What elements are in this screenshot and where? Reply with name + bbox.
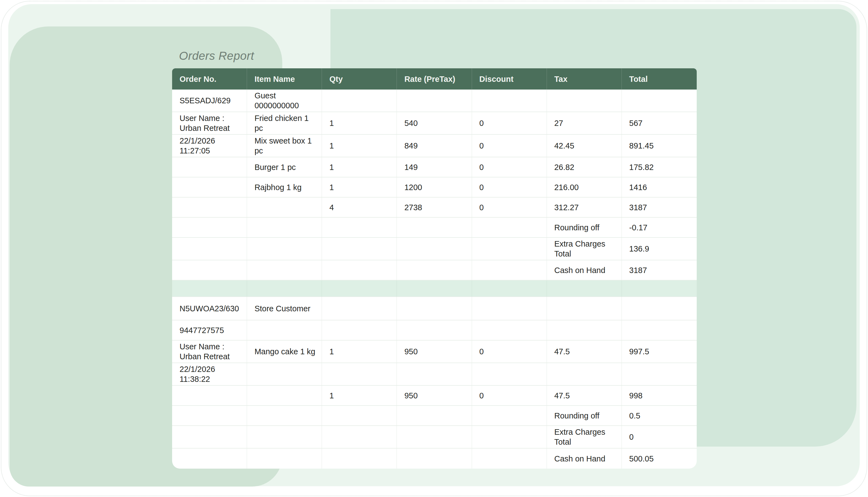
table-cell: 1200 <box>397 178 472 198</box>
table-cell <box>247 386 322 406</box>
table-cell <box>397 260 472 281</box>
table-cell <box>172 218 247 238</box>
table-cell: 27 <box>547 112 622 135</box>
table-cell: Extra Charges Total <box>547 238 622 260</box>
table-cell: 22/1/2026 11:27:05 <box>172 135 247 157</box>
table-cell: 950 <box>397 386 472 406</box>
table-cell <box>397 238 472 260</box>
table-cell: 0 <box>472 135 547 157</box>
table-cell <box>247 198 322 218</box>
table-cell: 216.00 <box>547 178 622 198</box>
table-cell: Rounding off <box>547 218 622 238</box>
table-cell: N5UWOA23/630 <box>172 297 247 321</box>
table-cell <box>247 449 322 469</box>
table-cell: 0 <box>472 178 547 198</box>
table-cell <box>397 218 472 238</box>
table-cell <box>322 321 397 341</box>
table-cell: 175.82 <box>622 157 697 178</box>
report-page: Orders Report Order No.Item NameQtyRate … <box>0 0 868 497</box>
table-row: Cash on Hand3187 <box>172 260 697 281</box>
table-cell: Mango cake 1 kg <box>247 341 322 363</box>
table-cell: 0.5 <box>622 406 697 426</box>
table-cell <box>172 238 247 260</box>
table-cell: User Name : Urban Retreat <box>172 341 247 363</box>
table-cell: Guest 0000000000 <box>247 89 322 112</box>
table-cell: 1 <box>322 157 397 178</box>
table-cell <box>397 426 472 449</box>
table-cell <box>397 297 472 321</box>
table-cell <box>547 281 622 297</box>
table-row: 427380312.273187 <box>172 198 697 218</box>
header-row: Order No.Item NameQtyRate (PreTax)Discou… <box>172 68 697 89</box>
table-cell: 1 <box>322 341 397 363</box>
orders-table-body: S5ESADJ/629Guest 0000000000User Name : U… <box>172 89 697 469</box>
table-cell <box>547 89 622 112</box>
table-cell <box>472 363 547 386</box>
table-cell <box>322 406 397 426</box>
table-cell: 47.5 <box>547 386 622 406</box>
table-cell <box>322 449 397 469</box>
column-header: Discount <box>472 68 547 89</box>
table-cell <box>472 281 547 297</box>
table-cell <box>172 449 247 469</box>
table-cell <box>397 363 472 386</box>
table-cell: 1 <box>322 135 397 157</box>
table-cell <box>322 426 397 449</box>
table-row: User Name : Urban RetreatMango cake 1 kg… <box>172 341 697 363</box>
table-cell: 149 <box>397 157 472 178</box>
table-cell: 0 <box>622 426 697 449</box>
table-cell <box>547 297 622 321</box>
table-cell <box>322 238 397 260</box>
table-cell <box>247 321 322 341</box>
table-cell: 540 <box>397 112 472 135</box>
table-cell <box>247 426 322 449</box>
table-cell: User Name : Urban Retreat <box>172 112 247 135</box>
table-cell: 849 <box>397 135 472 157</box>
table-cell: 0 <box>472 112 547 135</box>
table-cell: 500.05 <box>622 449 697 469</box>
table-cell <box>172 157 247 178</box>
table-cell: 0 <box>472 386 547 406</box>
table-cell <box>172 178 247 198</box>
table-cell <box>472 406 547 426</box>
table-cell <box>472 449 547 469</box>
table-cell: 0 <box>472 157 547 178</box>
table-cell <box>322 363 397 386</box>
separator-row <box>172 281 697 297</box>
table-cell: Burger 1 pc <box>247 157 322 178</box>
orders-table: Order No.Item NameQtyRate (PreTax)Discou… <box>172 68 697 469</box>
table-row: User Name : Urban RetreatFried chicken 1… <box>172 112 697 135</box>
table-cell: Cash on Hand <box>547 260 622 281</box>
table-cell <box>397 89 472 112</box>
table-row: Extra Charges Total0 <box>172 426 697 449</box>
table-cell <box>172 386 247 406</box>
table-cell <box>322 297 397 321</box>
table-cell: 22/1/2026 11:38:22 <box>172 363 247 386</box>
table-row: Rounding off0.5 <box>172 406 697 426</box>
table-cell <box>547 321 622 341</box>
table-cell: 1416 <box>622 178 697 198</box>
table-cell <box>472 89 547 112</box>
table-row: 22/1/2026 11:27:05Mix sweet box 1 pc1849… <box>172 135 697 157</box>
column-header: Qty <box>322 68 397 89</box>
table-cell: 3187 <box>622 260 697 281</box>
table-cell <box>247 238 322 260</box>
table-cell: 2738 <box>397 198 472 218</box>
table-row: 1950047.5998 <box>172 386 697 406</box>
table-row: Rounding off-0.17 <box>172 218 697 238</box>
table-cell: 47.5 <box>547 341 622 363</box>
table-cell: Rounding off <box>547 406 622 426</box>
table-cell <box>172 260 247 281</box>
table-cell: 0 <box>472 341 547 363</box>
table-cell: Cash on Hand <box>547 449 622 469</box>
table-cell <box>172 198 247 218</box>
page-title: Orders Report <box>179 49 254 62</box>
table-row: Extra Charges Total136.9 <box>172 238 697 260</box>
table-cell: 997.5 <box>622 341 697 363</box>
table-cell: Rajbhog 1 kg <box>247 178 322 198</box>
table-cell: 3187 <box>622 198 697 218</box>
table-cell: Extra Charges Total <box>547 426 622 449</box>
table-cell: 42.45 <box>547 135 622 157</box>
table-cell: -0.17 <box>622 218 697 238</box>
table-row: 22/1/2026 11:38:22 <box>172 363 697 386</box>
